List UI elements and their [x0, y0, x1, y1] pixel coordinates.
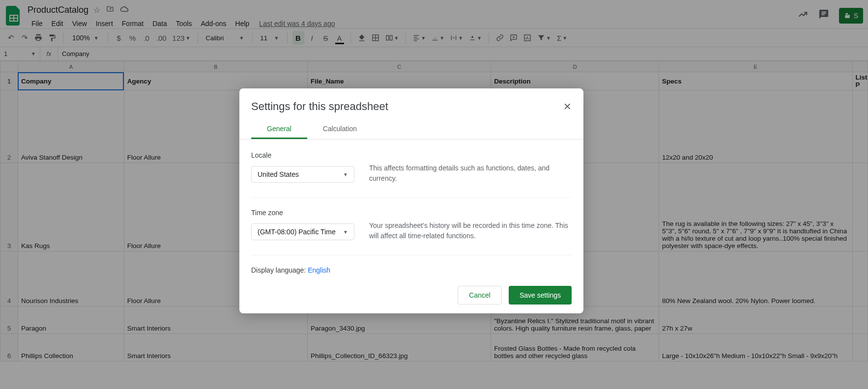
tab-calculation[interactable]: Calculation [307, 120, 373, 139]
tab-general[interactable]: General [251, 120, 307, 139]
locale-description: This affects formatting details such as … [369, 151, 572, 184]
chevron-down-icon: ▼ [343, 229, 348, 235]
language-link[interactable]: English [308, 266, 330, 274]
locale-dropdown[interactable]: United States▼ [251, 166, 354, 183]
chevron-down-icon: ▼ [343, 172, 348, 177]
display-language-row: Display language: English [251, 266, 572, 274]
save-settings-button[interactable]: Save settings [509, 286, 572, 305]
timezone-dropdown[interactable]: (GMT-08:00) Pacific Time▼ [251, 223, 354, 240]
cancel-button[interactable]: Cancel [458, 286, 502, 305]
locale-label: Locale [251, 151, 354, 159]
modal-tabs: General Calculation [239, 120, 583, 139]
settings-modal: Settings for this spreadsheet ✕ General … [239, 88, 583, 313]
timezone-description: Your spreadsheet's history will be recor… [369, 209, 572, 241]
close-icon[interactable]: ✕ [563, 101, 572, 112]
timezone-label: Time zone [251, 209, 354, 217]
modal-title: Settings for this spreadsheet [251, 100, 388, 113]
